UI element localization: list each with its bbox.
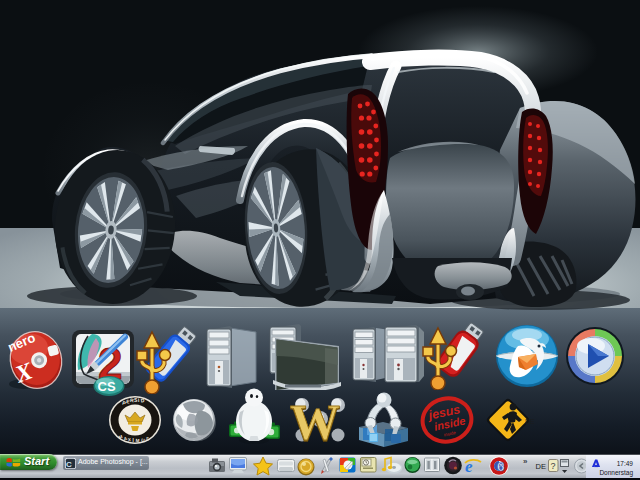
svg-text:I: I xyxy=(133,438,134,443)
svg-text:M: M xyxy=(135,438,139,443)
svg-text:»: » xyxy=(523,457,528,466)
svg-text:6: 6 xyxy=(497,459,505,474)
svg-text:S: S xyxy=(145,436,149,442)
svg-text:?: ? xyxy=(550,461,555,471)
svg-text:inside: inside xyxy=(444,430,457,437)
svg-text:W: W xyxy=(290,394,340,446)
svg-text:DE: DE xyxy=(525,418,535,425)
svg-text:DE: DE xyxy=(536,462,546,471)
